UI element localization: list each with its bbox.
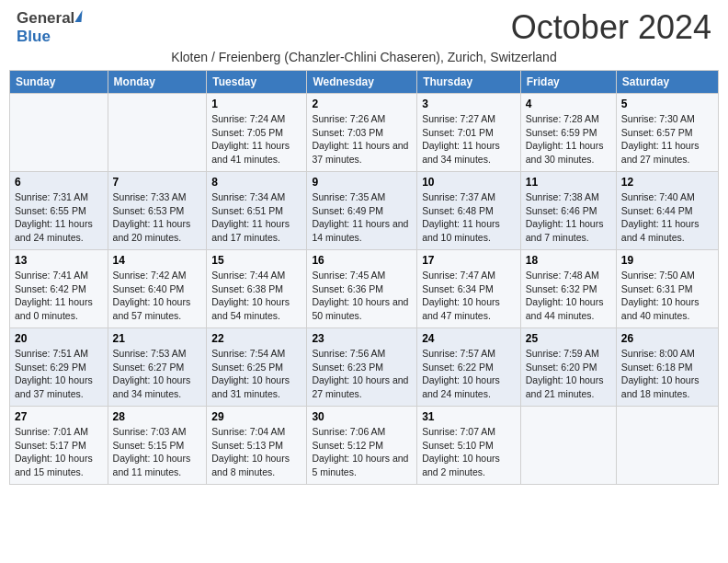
day-info: Sunrise: 7:57 AMSunset: 6:22 PMDaylight:… — [422, 347, 516, 401]
day-info: Sunrise: 7:06 AMSunset: 5:12 PMDaylight:… — [312, 425, 412, 479]
day-info: Sunrise: 7:01 AMSunset: 5:17 PMDaylight:… — [15, 425, 103, 479]
day-number: 18 — [526, 254, 611, 267]
column-header-thursday: Thursday — [417, 71, 521, 94]
calendar-cell — [10, 94, 108, 172]
calendar-cell: 10Sunrise: 7:37 AMSunset: 6:48 PMDayligh… — [417, 172, 521, 250]
day-number: 5 — [621, 98, 713, 110]
day-info: Sunrise: 7:40 AMSunset: 6:44 PMDaylight:… — [621, 190, 713, 245]
day-info: Sunrise: 7:30 AMSunset: 6:57 PMDaylight:… — [621, 112, 713, 167]
day-info: Sunrise: 7:53 AMSunset: 6:27 PMDaylight:… — [113, 347, 202, 401]
day-number: 25 — [526, 332, 611, 345]
calendar-week-5: 27Sunrise: 7:01 AMSunset: 5:17 PMDayligh… — [10, 407, 719, 485]
day-number: 14 — [113, 254, 202, 267]
day-info: Sunrise: 7:37 AMSunset: 6:48 PMDaylight:… — [422, 190, 516, 245]
day-info: Sunrise: 7:28 AMSunset: 6:59 PMDaylight:… — [526, 112, 611, 167]
page-header: General Blue October 2024 — [9, 9, 719, 46]
column-header-sunday: Sunday — [10, 71, 108, 94]
day-info: Sunrise: 7:24 AMSunset: 7:05 PMDaylight:… — [211, 112, 301, 167]
calendar-cell: 7Sunrise: 7:33 AMSunset: 6:53 PMDaylight… — [108, 172, 207, 250]
calendar-cell: 22Sunrise: 7:54 AMSunset: 6:25 PMDayligh… — [207, 328, 307, 407]
day-info: Sunrise: 7:59 AMSunset: 6:20 PMDaylight:… — [526, 347, 611, 401]
column-header-saturday: Saturday — [616, 71, 718, 94]
day-info: Sunrise: 7:04 AMSunset: 5:13 PMDaylight:… — [211, 425, 301, 479]
logo-triangle-icon — [75, 10, 83, 22]
day-number: 24 — [422, 332, 516, 345]
day-info: Sunrise: 8:00 AMSunset: 6:18 PMDaylight:… — [621, 347, 713, 401]
day-info: Sunrise: 7:41 AMSunset: 6:42 PMDaylight:… — [15, 269, 103, 323]
day-info: Sunrise: 7:50 AMSunset: 6:31 PMDaylight:… — [621, 269, 713, 323]
day-info: Sunrise: 7:26 AMSunset: 7:03 PMDaylight:… — [312, 112, 412, 167]
day-info: Sunrise: 7:07 AMSunset: 5:10 PMDaylight:… — [422, 425, 516, 479]
calendar-cell: 24Sunrise: 7:57 AMSunset: 6:22 PMDayligh… — [417, 328, 521, 407]
logo-general-text: General — [17, 9, 74, 27]
column-header-friday: Friday — [520, 71, 616, 94]
day-info: Sunrise: 7:51 AMSunset: 6:29 PMDaylight:… — [15, 347, 103, 401]
title-block: October 2024 — [511, 9, 711, 46]
day-info: Sunrise: 7:34 AMSunset: 6:51 PMDaylight:… — [211, 190, 301, 245]
calendar-cell: 3Sunrise: 7:27 AMSunset: 7:01 PMDaylight… — [417, 94, 521, 172]
subtitle: Kloten / Freienberg (Chanzler-Chlini Cha… — [9, 50, 719, 64]
calendar-cell: 25Sunrise: 7:59 AMSunset: 6:20 PMDayligh… — [520, 328, 616, 407]
calendar-cell: 27Sunrise: 7:01 AMSunset: 5:17 PMDayligh… — [10, 407, 108, 485]
calendar-week-1: 1Sunrise: 7:24 AMSunset: 7:05 PMDaylight… — [10, 94, 719, 172]
calendar-cell: 2Sunrise: 7:26 AMSunset: 7:03 PMDaylight… — [307, 94, 417, 172]
calendar-cell: 4Sunrise: 7:28 AMSunset: 6:59 PMDaylight… — [520, 94, 616, 172]
day-number: 19 — [621, 254, 713, 267]
calendar-cell: 14Sunrise: 7:42 AMSunset: 6:40 PMDayligh… — [108, 250, 207, 328]
calendar-cell: 9Sunrise: 7:35 AMSunset: 6:49 PMDaylight… — [307, 172, 417, 250]
calendar-cell: 15Sunrise: 7:44 AMSunset: 6:38 PMDayligh… — [207, 250, 307, 328]
day-number: 23 — [312, 332, 412, 345]
day-number: 27 — [15, 410, 103, 423]
calendar-cell: 26Sunrise: 8:00 AMSunset: 6:18 PMDayligh… — [616, 328, 718, 407]
day-info: Sunrise: 7:56 AMSunset: 6:23 PMDaylight:… — [312, 347, 412, 401]
day-number: 9 — [312, 176, 412, 189]
calendar-week-4: 20Sunrise: 7:51 AMSunset: 6:29 PMDayligh… — [10, 328, 719, 407]
day-info: Sunrise: 7:47 AMSunset: 6:34 PMDaylight:… — [422, 269, 516, 323]
day-number: 21 — [113, 332, 202, 345]
calendar-cell: 31Sunrise: 7:07 AMSunset: 5:10 PMDayligh… — [417, 407, 521, 485]
column-header-monday: Monday — [108, 71, 207, 94]
day-number: 12 — [621, 176, 713, 189]
calendar-cell: 28Sunrise: 7:03 AMSunset: 5:15 PMDayligh… — [108, 407, 207, 485]
calendar-cell: 11Sunrise: 7:38 AMSunset: 6:46 PMDayligh… — [520, 172, 616, 250]
day-info: Sunrise: 7:31 AMSunset: 6:55 PMDaylight:… — [15, 190, 103, 245]
calendar-week-3: 13Sunrise: 7:41 AMSunset: 6:42 PMDayligh… — [10, 250, 719, 328]
calendar-cell: 1Sunrise: 7:24 AMSunset: 7:05 PMDaylight… — [207, 94, 307, 172]
day-info: Sunrise: 7:42 AMSunset: 6:40 PMDaylight:… — [113, 269, 202, 323]
day-info: Sunrise: 7:33 AMSunset: 6:53 PMDaylight:… — [113, 190, 202, 245]
day-number: 29 — [211, 410, 301, 423]
day-info: Sunrise: 7:35 AMSunset: 6:49 PMDaylight:… — [312, 190, 412, 245]
calendar-cell: 29Sunrise: 7:04 AMSunset: 5:13 PMDayligh… — [207, 407, 307, 485]
day-info: Sunrise: 7:27 AMSunset: 7:01 PMDaylight:… — [422, 112, 516, 167]
day-number: 20 — [15, 332, 103, 345]
calendar-cell: 23Sunrise: 7:56 AMSunset: 6:23 PMDayligh… — [307, 328, 417, 407]
calendar-cell: 6Sunrise: 7:31 AMSunset: 6:55 PMDaylight… — [10, 172, 108, 250]
calendar-cell: 5Sunrise: 7:30 AMSunset: 6:57 PMDaylight… — [616, 94, 718, 172]
day-number: 7 — [113, 176, 202, 189]
calendar-cell: 16Sunrise: 7:45 AMSunset: 6:36 PMDayligh… — [307, 250, 417, 328]
calendar-cell: 21Sunrise: 7:53 AMSunset: 6:27 PMDayligh… — [108, 328, 207, 407]
day-number: 31 — [422, 410, 516, 423]
calendar-cell — [108, 94, 207, 172]
day-number: 8 — [211, 176, 301, 189]
calendar-cell: 18Sunrise: 7:48 AMSunset: 6:32 PMDayligh… — [520, 250, 616, 328]
day-number: 15 — [211, 254, 301, 267]
day-info: Sunrise: 7:44 AMSunset: 6:38 PMDaylight:… — [211, 269, 301, 323]
day-info: Sunrise: 7:38 AMSunset: 6:46 PMDaylight:… — [526, 190, 611, 245]
day-number: 4 — [526, 98, 611, 110]
calendar-cell: 13Sunrise: 7:41 AMSunset: 6:42 PMDayligh… — [10, 250, 108, 328]
calendar-cell: 30Sunrise: 7:06 AMSunset: 5:12 PMDayligh… — [307, 407, 417, 485]
day-number: 6 — [15, 176, 103, 189]
column-header-wednesday: Wednesday — [307, 71, 417, 94]
day-number: 26 — [621, 332, 713, 345]
calendar-week-2: 6Sunrise: 7:31 AMSunset: 6:55 PMDaylight… — [10, 172, 719, 250]
day-number: 2 — [312, 98, 412, 110]
calendar-cell: 17Sunrise: 7:47 AMSunset: 6:34 PMDayligh… — [417, 250, 521, 328]
day-number: 17 — [422, 254, 516, 267]
day-info: Sunrise: 7:45 AMSunset: 6:36 PMDaylight:… — [312, 269, 412, 323]
calendar-cell: 12Sunrise: 7:40 AMSunset: 6:44 PMDayligh… — [616, 172, 718, 250]
day-info: Sunrise: 7:03 AMSunset: 5:15 PMDaylight:… — [113, 425, 202, 479]
day-number: 16 — [312, 254, 412, 267]
day-number: 10 — [422, 176, 516, 189]
calendar-cell: 20Sunrise: 7:51 AMSunset: 6:29 PMDayligh… — [10, 328, 108, 407]
